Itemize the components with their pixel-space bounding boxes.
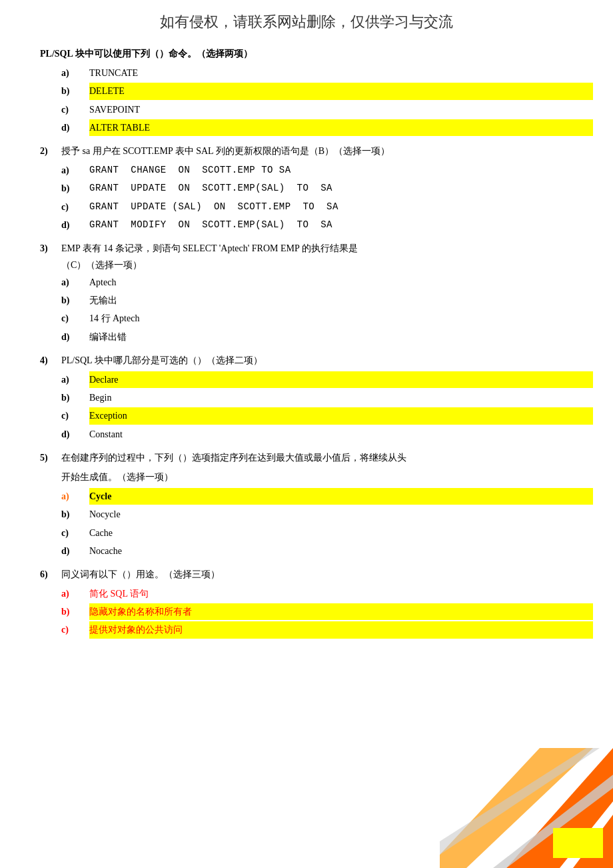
option-5b-label: b) xyxy=(61,506,89,523)
question-1-header: PL/SQL 块中可以使用下列（）命令。（选择两项） xyxy=(40,45,593,62)
option-5a-label: a) xyxy=(61,488,89,505)
option-3d-text: 编译出错 xyxy=(89,329,593,345)
svg-rect-5 xyxy=(553,828,603,858)
option-1c-text: SAVEPOINT xyxy=(89,101,593,118)
option-6a: a) 简化 SQL 语句 xyxy=(61,585,593,602)
option-5c: c) Cache xyxy=(61,525,593,541)
option-3c: c) 14 行 Aptech xyxy=(61,310,593,327)
option-2a-label: a) xyxy=(61,162,89,179)
option-5d-label: d) xyxy=(61,543,89,559)
option-5b-text: Nocycle xyxy=(89,506,593,523)
option-5d: d) Nocache xyxy=(61,543,593,559)
q2-text: 授予 sa 用户在 SCOTT.EMP 表中 SAL 列的更新权限的语句是（B）… xyxy=(61,143,593,159)
q4-num: 4) xyxy=(40,352,61,369)
option-4d: d) Constant xyxy=(61,426,593,443)
option-5c-text: Cache xyxy=(89,525,593,541)
q5-num: 5) xyxy=(40,449,61,466)
option-5b: b) Nocycle xyxy=(61,506,593,523)
option-6b: b) 隐藏对象的名称和所有者 xyxy=(61,603,593,620)
q2-num: 2) xyxy=(40,143,61,159)
option-1d-text: ALTER TABLE xyxy=(89,119,593,136)
option-2c-label: c) xyxy=(61,199,89,215)
question-1-block: PL/SQL 块中可以使用下列（）命令。（选择两项） Ora cle 测试 题 … xyxy=(40,45,593,136)
option-3a-text: Aptech xyxy=(89,274,593,291)
q5-text-cont: 开始生成值。（选择一项） xyxy=(61,469,593,485)
option-6c: c) 提供对对象的公共访问 xyxy=(61,621,593,638)
option-3d-label: d) xyxy=(61,329,89,345)
question-5-block: 5) 在创建序列的过程中，下列（）选项指定序列在达到最大值或最小值后，将继续从头… xyxy=(40,449,593,559)
option-1d: d) ALTER TABLE xyxy=(61,119,593,136)
option-6c-label: c) xyxy=(61,621,89,638)
question-4-block: 4) PL/SQL 块中哪几部分是可选的（）（选择二项） a) Declare … xyxy=(40,352,593,443)
option-1d-label: d) xyxy=(61,119,89,136)
option-3c-label: c) xyxy=(61,310,89,327)
option-3b-text: 无输出 xyxy=(89,292,593,309)
option-4a-text: Declare xyxy=(89,371,593,388)
question-3-options: a) Aptech b) 无输出 c) 14 行 Aptech d) 编译出错 xyxy=(61,274,593,345)
q3-text: EMP 表有 14 条记录，则语句 SELECT 'Aptech' FROM E… xyxy=(61,240,593,257)
corner-decoration xyxy=(440,748,613,868)
option-6b-label: b) xyxy=(61,603,89,620)
option-5a-text: Cycle xyxy=(89,488,593,505)
option-3a: a) Aptech xyxy=(61,274,593,291)
option-4d-label: d) xyxy=(61,426,89,443)
option-3b-label: b) xyxy=(61,292,89,309)
option-6b-text: 隐藏对象的名称和所有者 xyxy=(89,603,593,620)
option-2d-label: d) xyxy=(61,217,89,233)
option-5d-text: Nocache xyxy=(89,543,593,559)
question-6-block: 6) 同义词有以下（）用途。（选择三项） a) 简化 SQL 语句 b) 隐藏对… xyxy=(40,566,593,639)
option-3b: b) 无输出 xyxy=(61,292,593,309)
question-4-header: 4) PL/SQL 块中哪几部分是可选的（）（选择二项） xyxy=(40,352,593,369)
option-1b-text: DELETE xyxy=(89,83,593,99)
option-1b: b) DELETE xyxy=(61,83,593,99)
q3-num: 3) xyxy=(40,240,61,257)
option-4b: b) Begin xyxy=(61,389,593,406)
option-2c-text: GRANT UPDATE (SAL) ON SCOTT.EMP TO SA xyxy=(89,199,593,215)
option-1c: c) SAVEPOINT xyxy=(61,101,593,118)
q1-header-text: PL/SQL 块中可以使用下列（）命令。（选择两项） xyxy=(40,49,253,59)
option-5a: a) Cycle xyxy=(61,488,593,505)
option-5c-label: c) xyxy=(61,525,89,541)
option-3a-label: a) xyxy=(61,274,89,291)
q3-continuation: （C）（选择一项） xyxy=(61,259,593,271)
question-4-options: a) Declare b) Begin c) Exception d) Cons… xyxy=(61,371,593,443)
option-4c-text: Exception xyxy=(89,407,593,424)
option-1a-text: TRUNCATE xyxy=(89,65,593,81)
question-1-options: a) TRUNCATE b) DELETE c) SAVEPOINT d) AL… xyxy=(61,65,593,136)
question-5-options: a) Cycle b) Nocycle c) Cache d) Nocache xyxy=(61,488,593,559)
option-4b-label: b) xyxy=(61,389,89,406)
option-2d-text: GRANT MODIFY ON SCOTT.EMP(SAL) TO SA xyxy=(89,217,593,233)
option-1a: a) TRUNCATE xyxy=(61,65,593,81)
option-6a-text: 简化 SQL 语句 xyxy=(89,585,593,602)
option-4a-label: a) xyxy=(61,371,89,388)
option-4c-label: c) xyxy=(61,407,89,424)
question-6-header: 6) 同义词有以下（）用途。（选择三项） xyxy=(40,566,593,583)
q5-text: 在创建序列的过程中，下列（）选项指定序列在达到最大值或最小值后，将继续从头 xyxy=(61,449,593,466)
option-4d-text: Constant xyxy=(89,426,593,443)
option-2c: c) GRANT UPDATE (SAL) ON SCOTT.EMP TO SA xyxy=(61,199,593,215)
question-3-block: 3) EMP 表有 14 条记录，则语句 SELECT 'Aptech' FRO… xyxy=(40,240,593,345)
decoration-svg xyxy=(440,748,613,868)
question-6-options: a) 简化 SQL 语句 b) 隐藏对象的名称和所有者 c) 提供对对象的公共访… xyxy=(61,585,593,639)
q4-text: PL/SQL 块中哪几部分是可选的（）（选择二项） xyxy=(61,352,593,369)
option-2b-label: b) xyxy=(61,180,89,197)
option-2b-text: GRANT UPDATE ON SCOTT.EMP(SAL) TO SA xyxy=(89,180,593,197)
option-1c-label: c) xyxy=(61,101,89,118)
watermark-text: 如有侵权，请联系网站删除，仅供学习与交流 xyxy=(0,0,613,39)
q6-text: 同义词有以下（）用途。（选择三项） xyxy=(61,566,593,583)
option-2d: d) GRANT MODIFY ON SCOTT.EMP(SAL) TO SA xyxy=(61,217,593,233)
option-4b-text: Begin xyxy=(89,389,593,406)
question-2-block: 2) 授予 sa 用户在 SCOTT.EMP 表中 SAL 列的更新权限的语句是… xyxy=(40,143,593,233)
option-4a: a) Declare xyxy=(61,371,593,388)
option-3d: d) 编译出错 xyxy=(61,329,593,345)
option-2b: b) GRANT UPDATE ON SCOTT.EMP(SAL) TO SA xyxy=(61,180,593,197)
option-1a-label: a) xyxy=(61,65,89,81)
question-3-header: 3) EMP 表有 14 条记录，则语句 SELECT 'Aptech' FRO… xyxy=(40,240,593,257)
option-2a: a) GRANT CHANGE ON SCOTT.EMP TO SA xyxy=(61,162,593,179)
question-2-options: a) GRANT CHANGE ON SCOTT.EMP TO SA b) GR… xyxy=(61,162,593,233)
option-6a-label: a) xyxy=(61,585,89,602)
question-5-header: 5) 在创建序列的过程中，下列（）选项指定序列在达到最大值或最小值后，将继续从头 xyxy=(40,449,593,466)
option-6c-text: 提供对对象的公共访问 xyxy=(89,621,593,638)
option-4c: c) Exception xyxy=(61,407,593,424)
q6-num: 6) xyxy=(40,566,61,583)
